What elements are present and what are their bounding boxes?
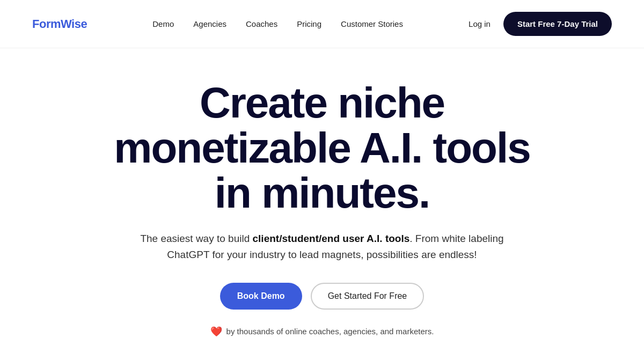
hero-title: Create niche monetizable A.I. tools in m… [91,80,553,216]
logo-form: Form [32,17,61,31]
hero-buttons: Book Demo Get Started For Free [220,283,425,310]
hero-section: Create niche monetizable A.I. tools in m… [0,48,644,337]
nav-right: Log in Start Free 7-Day Trial [469,12,612,36]
nav-item-customer-stories[interactable]: Customer Stories [341,19,403,28]
hero-social-proof: ❤️ by thousands of online coaches, agenc… [210,326,434,337]
navbar: FormWise Demo Agencies Coaches Pricing C… [0,0,644,48]
logo[interactable]: FormWise [32,17,87,31]
get-started-button[interactable]: Get Started For Free [311,283,425,310]
nav-item-demo[interactable]: Demo [152,19,174,28]
hero-subtitle: The easiest way to build client/student/… [140,231,504,263]
hero-subtitle-prefix: The easiest way to build [140,233,252,244]
nav-item-agencies[interactable]: Agencies [193,19,226,28]
nav-item-coaches[interactable]: Coaches [246,19,277,28]
start-trial-button[interactable]: Start Free 7-Day Trial [503,12,612,36]
social-proof-text: by thousands of online coaches, agencies… [226,327,434,336]
nav-item-pricing[interactable]: Pricing [297,19,321,28]
heart-icon: ❤️ [210,326,222,337]
logo-wise: Wise [61,17,87,31]
nav-links: Demo Agencies Coaches Pricing Customer S… [152,19,403,29]
login-link[interactable]: Log in [469,19,491,28]
book-demo-button[interactable]: Book Demo [220,283,302,310]
hero-subtitle-bold: client/student/end user A.I. tools [253,233,410,244]
